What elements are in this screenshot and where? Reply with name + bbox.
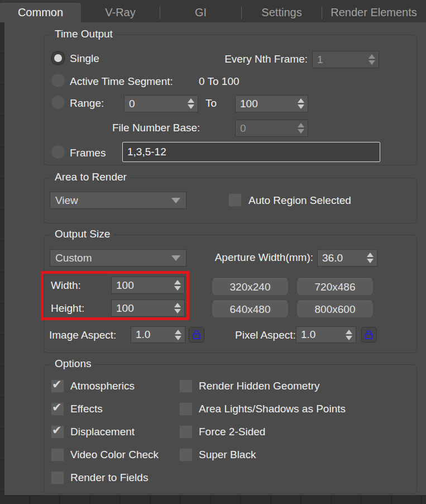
frames-radio[interactable] (51, 145, 65, 159)
spinner-arrows[interactable] (365, 51, 379, 68)
aperture-width-spinner[interactable]: 36.0 (317, 249, 377, 267)
time-output-group: Time Output Single Every Nth Frame: 1 Ac… (44, 35, 417, 165)
spin-down-icon[interactable] (174, 286, 181, 291)
image-aspect-spinner[interactable]: 1.0 (131, 326, 185, 343)
file-number-base-spinner[interactable]: 0 (235, 120, 308, 137)
chevron-down-icon (171, 255, 180, 261)
single-label: Single (70, 53, 99, 65)
dropdown-value: Custom (50, 252, 171, 264)
width-spinner[interactable]: 100 (111, 277, 185, 294)
spin-down-icon[interactable] (298, 104, 304, 109)
output-size-title: Output Size (51, 228, 114, 240)
time-output-title: Time Output (51, 28, 117, 40)
spin-down-icon[interactable] (188, 104, 194, 109)
checkbox-super-black[interactable] (179, 448, 193, 462)
spin-up-icon[interactable] (368, 54, 375, 59)
spin-up-icon[interactable] (298, 123, 304, 127)
option-row: Super Black (179, 448, 346, 462)
options-left-column: AtmosphericsEffectsDisplacementVideo Col… (51, 379, 159, 484)
aperture-width-label: Aperture Width(mm): (184, 251, 313, 264)
image-aspect-label: Image Aspect: (49, 329, 116, 341)
spin-down-icon[interactable] (368, 60, 375, 65)
checkbox-area-lights-shadows-as-points[interactable] (179, 402, 193, 416)
option-label: Force 2-Sided (199, 426, 265, 438)
checkbox-auto-region-selected[interactable] (228, 193, 242, 207)
options-right-column: Render Hidden GeometryArea Lights/Shadow… (179, 379, 346, 462)
spin-down-icon[interactable] (367, 259, 374, 263)
spinner-value: 0 (125, 98, 184, 110)
preset-320x240-button[interactable]: 320x240 (212, 278, 289, 296)
chevron-down-icon (171, 198, 180, 203)
checkbox-atmospherics[interactable] (51, 379, 64, 393)
file-number-base-label: File Number Base: (112, 122, 200, 134)
left-scroll-strip[interactable] (0, 22, 4, 495)
height-label: Height: (51, 302, 84, 315)
spin-up-icon[interactable] (298, 98, 304, 103)
checkbox-video-color-check[interactable] (51, 448, 64, 462)
spinner-arrows[interactable] (171, 327, 185, 343)
checkbox-displacement[interactable] (51, 425, 64, 439)
area-to-render-group: Area to Render View Auto Region Selected (44, 178, 417, 224)
option-row: Atmospherics (51, 379, 159, 393)
frames-input[interactable] (122, 142, 380, 162)
spin-down-icon[interactable] (346, 336, 352, 340)
option-row: Video Color Check (51, 448, 159, 462)
spinner-value: 36.0 (318, 252, 363, 264)
tab-gi[interactable]: GI (160, 3, 241, 22)
spinner-arrows[interactable] (294, 120, 308, 136)
spin-up-icon[interactable] (367, 253, 374, 257)
range-to-label: To (205, 97, 217, 110)
range-radio[interactable] (51, 95, 65, 110)
spinner-arrows[interactable] (342, 327, 356, 343)
spinner-value: 100 (236, 98, 294, 110)
option-label: Atmospherics (70, 380, 135, 392)
option-row: Displacement (51, 425, 159, 439)
tab-settings[interactable]: Settings (242, 3, 322, 22)
spin-up-icon[interactable] (174, 303, 181, 307)
spinner-arrows[interactable] (184, 96, 198, 112)
tab-common[interactable]: Common (0, 3, 81, 22)
checkbox-force-2-sided[interactable] (179, 425, 193, 439)
lock-icon (363, 329, 375, 340)
checkbox-render-to-fields[interactable] (51, 471, 64, 484)
spin-up-icon[interactable] (175, 330, 181, 334)
spinner-arrows[interactable] (171, 300, 184, 316)
tab-vray[interactable]: V-Ray (81, 3, 160, 22)
range-from-spinner[interactable]: 0 (124, 95, 198, 112)
pixel-aspect-spinner[interactable]: 1.0 (296, 326, 356, 343)
spin-up-icon[interactable] (188, 98, 194, 103)
tab-render-elements[interactable]: Render Elements (322, 3, 425, 22)
preset-640x480-button[interactable]: 640x480 (212, 301, 289, 318)
checkbox-render-hidden-geometry[interactable] (179, 379, 193, 393)
height-spinner[interactable]: 100 (111, 299, 185, 317)
every-nth-frame-spinner[interactable]: 1 (312, 51, 379, 68)
bottom-scroll-strip[interactable] (0, 495, 426, 504)
range-label: Range: (70, 97, 104, 110)
output-size-group: Output Size Custom Aperture Width(mm): 3… (44, 235, 417, 353)
options-group: Options AtmosphericsEffectsDisplacementV… (44, 364, 417, 494)
spin-up-icon[interactable] (346, 330, 352, 334)
spinner-arrows[interactable] (171, 277, 184, 293)
spinner-value: 0 (236, 122, 294, 135)
range-to-spinner[interactable]: 100 (235, 95, 308, 112)
spin-up-icon[interactable] (174, 280, 181, 284)
image-aspect-lock-button[interactable] (189, 327, 204, 343)
spin-down-icon[interactable] (175, 336, 181, 340)
spinner-arrows[interactable] (363, 250, 377, 266)
spinner-value: 1.0 (296, 329, 342, 341)
spin-down-icon[interactable] (298, 129, 304, 134)
lock-icon (191, 329, 202, 340)
option-label: Render to Fields (70, 472, 148, 484)
preset-720x486-button[interactable]: 720x486 (296, 278, 374, 296)
area-to-render-title: Area to Render (51, 171, 131, 183)
spinner-arrows[interactable] (294, 96, 308, 112)
preset-800x600-button[interactable]: 800x600 (296, 301, 374, 318)
pixel-aspect-lock-button[interactable] (361, 327, 377, 343)
output-size-preset-dropdown[interactable]: Custom (50, 249, 186, 267)
spin-down-icon[interactable] (174, 309, 181, 313)
option-label: Effects (70, 403, 103, 415)
checkbox-effects[interactable] (51, 402, 64, 416)
active-time-segment-radio[interactable] (51, 73, 65, 88)
single-radio[interactable] (51, 51, 65, 65)
area-to-render-dropdown[interactable]: View (50, 192, 186, 209)
